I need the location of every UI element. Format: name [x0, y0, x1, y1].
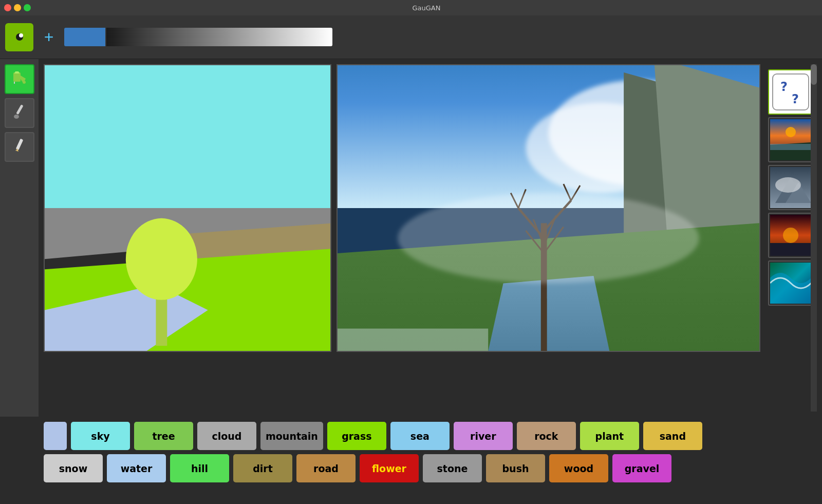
color-gradient[interactable] [106, 28, 332, 46]
svg-point-50 [775, 177, 801, 193]
drawing-svg [45, 65, 330, 351]
cloudy-mountain-svg [770, 167, 811, 208]
pencil-icon [10, 136, 29, 158]
cloud-button[interactable]: cloud [197, 422, 256, 450]
svg-point-2 [19, 33, 23, 38]
dice-icon: ? ? [770, 71, 811, 113]
svg-rect-8 [15, 138, 23, 150]
color-bar [64, 28, 332, 46]
water-button[interactable]: water [107, 454, 166, 482]
road-button[interactable]: road [296, 454, 356, 482]
svg-point-53 [783, 228, 798, 243]
svg-point-7 [14, 115, 19, 119]
fill-icon [10, 68, 29, 90]
svg-text:?: ? [780, 80, 788, 94]
gravel-button[interactable]: gravel [612, 454, 671, 482]
selected-color-chip[interactable] [44, 422, 67, 450]
thumbnail-orange-sky[interactable] [768, 213, 813, 258]
orange-sky-svg [770, 215, 811, 256]
color-labels-section: sky tree cloud mountain grass sea river … [0, 417, 822, 504]
close-button[interactable] [4, 4, 11, 11]
maximize-button[interactable] [24, 4, 31, 11]
color-row-2: snow water hill dirt road flower stone b… [44, 454, 817, 482]
svg-rect-37 [541, 298, 547, 351]
brush-icon [10, 102, 29, 124]
fill-tool-button[interactable] [5, 64, 34, 94]
svg-point-4 [23, 81, 26, 84]
sky-button[interactable]: sky [71, 422, 130, 450]
tree-button[interactable]: tree [134, 422, 193, 450]
scroll-thumb[interactable] [811, 64, 817, 85]
generated-photo-svg [338, 65, 759, 351]
svg-point-17 [126, 218, 197, 300]
right-panel: ? ? [765, 64, 817, 412]
tools-panel [0, 59, 39, 417]
color-row-1: sky tree cloud mountain grass sea river … [44, 422, 817, 450]
wood-button[interactable]: wood [549, 454, 608, 482]
main-area: ▲ [0, 59, 822, 417]
plant-button[interactable]: plant [580, 422, 639, 450]
thumbnail-dice[interactable]: ? ? [768, 69, 813, 115]
window-controls [4, 4, 31, 11]
svg-text:?: ? [792, 92, 799, 106]
app-title: GauGAN [35, 4, 818, 12]
toolbar: + [0, 15, 822, 59]
fill-bucket-icon [10, 68, 29, 87]
nvidia-icon [9, 29, 30, 45]
svg-rect-52 [770, 243, 811, 256]
svg-rect-40 [773, 74, 809, 110]
minimize-button[interactable] [14, 4, 21, 11]
snow-button[interactable]: snow [44, 454, 103, 482]
bush-button[interactable]: bush [486, 454, 545, 482]
svg-rect-6 [16, 104, 23, 115]
sunset-lake-svg [770, 119, 811, 160]
add-button[interactable]: + [39, 27, 59, 47]
stone-button[interactable]: stone [423, 454, 482, 482]
drawing-canvas[interactable]: ▲ [44, 64, 331, 352]
canvas-area: ▲ [39, 59, 822, 417]
thumbnails-panel: ? ? [765, 64, 817, 311]
thumbnail-sunset-lake[interactable] [768, 117, 813, 162]
pencil-svg [10, 136, 29, 155]
brush-tool-button[interactable] [5, 98, 34, 128]
flower-button[interactable]: flower [360, 454, 419, 482]
thumbnail-cloudy-mountain[interactable] [768, 165, 813, 210]
brush-svg [10, 102, 29, 121]
thumbnail-ocean-wave[interactable] [768, 260, 813, 306]
ocean-wave-svg [770, 263, 811, 304]
hill-button[interactable]: hill [170, 454, 229, 482]
grass-button[interactable]: grass [327, 422, 386, 450]
generated-canvas[interactable] [337, 64, 760, 352]
svg-rect-45 [770, 144, 811, 150]
active-color-swatch[interactable] [64, 28, 105, 46]
mountain-button[interactable]: mountain [260, 422, 323, 450]
svg-rect-39 [338, 329, 488, 351]
svg-rect-11 [45, 65, 330, 208]
sand-button[interactable]: sand [643, 422, 702, 450]
rock-button[interactable]: rock [517, 422, 576, 450]
nvidia-logo [5, 23, 33, 51]
scroll-bar[interactable] [811, 64, 817, 412]
river-button[interactable]: river [454, 422, 513, 450]
svg-point-46 [786, 127, 796, 137]
pencil-tool-button[interactable] [5, 132, 34, 162]
sea-button[interactable]: sea [390, 422, 450, 450]
svg-rect-3 [13, 72, 21, 82]
dirt-button[interactable]: dirt [233, 454, 292, 482]
titlebar: GauGAN [0, 0, 822, 15]
svg-point-38 [398, 193, 699, 284]
